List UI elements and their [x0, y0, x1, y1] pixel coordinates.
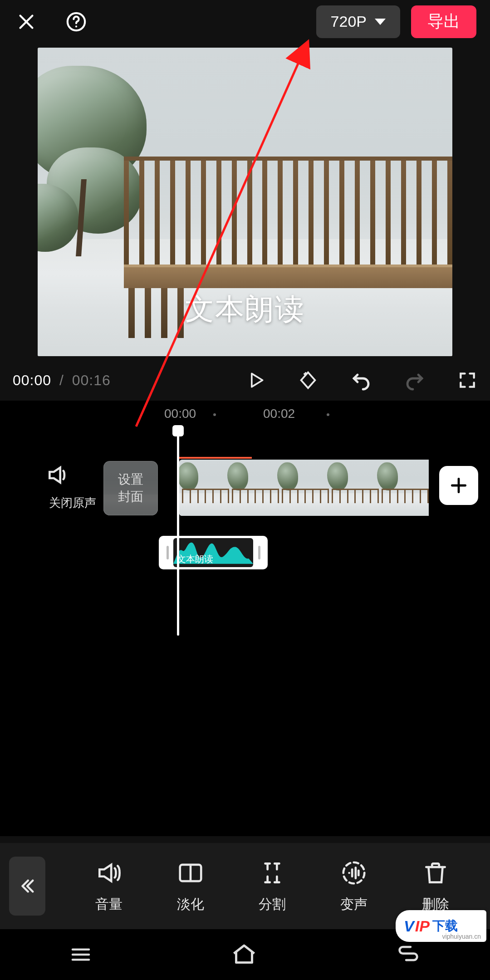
app-root: 720P 导出 文本朗读	[0, 0, 490, 980]
fullscreen-button[interactable]	[457, 370, 477, 390]
clip-handle-right[interactable]	[254, 536, 264, 569]
set-cover-button[interactable]: 设置 封面	[103, 461, 158, 515]
time-ruler[interactable]: 00:00 00:02	[0, 401, 490, 427]
redo-icon	[404, 369, 426, 391]
clip-handle-left[interactable]	[162, 536, 172, 569]
caption-overlay[interactable]: 文本朗读	[38, 289, 452, 329]
ruler-mark-0: 00:00	[164, 407, 196, 421]
speaker-icon	[45, 462, 71, 488]
toolbar-back-button[interactable]	[9, 857, 45, 916]
preview-container: 文本朗读	[0, 43, 490, 356]
resolution-label: 720P	[331, 13, 367, 30]
nav-back-button[interactable]	[395, 941, 421, 968]
chevron-down-icon	[375, 19, 386, 25]
watermark-badge: V IP 下载 viphuiyuan.cn	[396, 910, 486, 942]
tool-voice-change-label: 变声	[340, 895, 368, 914]
watermark-sub: viphuiyuan.cn	[442, 933, 481, 940]
svg-point-10	[343, 862, 365, 883]
tool-fade[interactable]: 淡化	[176, 859, 205, 914]
topbar-left	[14, 9, 88, 34]
timeline[interactable]: 00:00 00:02 关闭原声 设置 封面	[0, 401, 490, 836]
playback-row: 00:00 / 00:16	[0, 360, 490, 401]
redo-button[interactable]	[404, 369, 426, 391]
play-button[interactable]	[246, 370, 266, 390]
keyframe-icon	[298, 370, 318, 391]
delete-icon	[421, 859, 450, 887]
video-preview[interactable]: 文本朗读	[38, 48, 452, 356]
time-display: 00:00 / 00:16	[13, 372, 111, 389]
ruler-mark-2: 00:02	[263, 407, 295, 421]
mute-original-button[interactable]: 关闭原声	[45, 462, 100, 511]
back-icon	[395, 941, 421, 968]
playback-controls	[246, 369, 477, 391]
tool-fade-label: 淡化	[177, 895, 204, 914]
svg-marker-5	[252, 373, 263, 387]
playhead[interactable]	[177, 427, 179, 636]
cover-line1: 设置	[118, 471, 143, 488]
clip-region-indicator	[179, 457, 252, 459]
current-time: 00:00	[13, 372, 51, 388]
mute-label: 关闭原声	[45, 495, 100, 511]
split-icon	[258, 859, 286, 887]
watermark-v: V	[404, 917, 414, 935]
ruler-tick	[213, 413, 216, 416]
menu-icon	[69, 942, 93, 967]
home-icon	[230, 941, 258, 968]
help-button[interactable]	[64, 9, 88, 34]
tool-split[interactable]: 分割	[258, 859, 286, 914]
export-label: 导出	[427, 10, 460, 33]
fade-icon	[176, 859, 205, 887]
close-icon	[16, 11, 37, 32]
play-icon	[246, 370, 266, 390]
tool-volume-label: 音量	[95, 895, 122, 914]
resolution-dropdown[interactable]: 720P	[316, 5, 400, 38]
tool-voice-change[interactable]: 变声	[340, 859, 368, 914]
total-time: 00:16	[72, 372, 111, 388]
undo-icon	[350, 369, 372, 391]
cover-line2: 封面	[118, 488, 143, 505]
nav-home-button[interactable]	[230, 941, 258, 968]
watermark-cn: 下载	[432, 917, 458, 935]
audio-clip[interactable]: 文本朗读	[159, 536, 268, 569]
chevron-left-double-icon	[18, 877, 37, 896]
undo-button[interactable]	[350, 369, 372, 391]
audio-clip-label: 文本朗读	[177, 553, 213, 565]
nav-menu-button[interactable]	[69, 942, 93, 967]
help-icon	[65, 10, 88, 33]
top-bar: 720P 导出	[0, 0, 490, 43]
volume-icon	[95, 859, 123, 887]
close-button[interactable]	[14, 9, 39, 34]
keyframe-button[interactable]	[298, 370, 318, 391]
tool-split-label: 分割	[259, 895, 286, 914]
waveform: 文本朗读	[173, 538, 253, 567]
export-button[interactable]: 导出	[411, 5, 476, 38]
plus-icon	[449, 475, 469, 495]
time-separator: /	[59, 372, 64, 388]
add-clip-button[interactable]	[439, 466, 478, 505]
video-track-row: 关闭原声 设置 封面	[0, 468, 490, 545]
svg-point-3	[75, 25, 77, 27]
tool-delete[interactable]: 删除	[421, 859, 450, 914]
ruler-tick	[327, 413, 329, 416]
fullscreen-icon	[457, 370, 477, 390]
tool-volume[interactable]: 音量	[95, 859, 123, 914]
watermark-ip: IP	[415, 917, 430, 935]
voice-change-icon	[340, 859, 368, 887]
